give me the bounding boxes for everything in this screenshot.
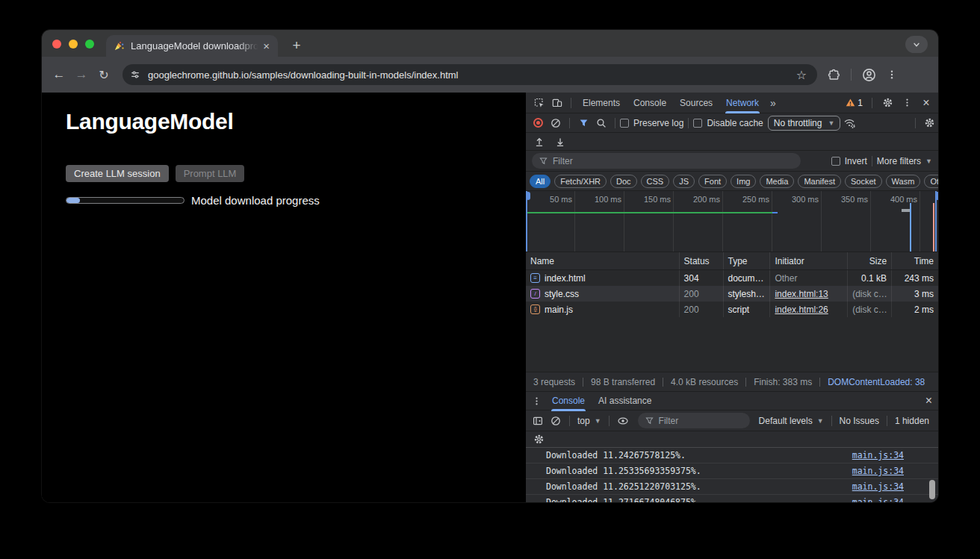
console-scrollbar-thumb[interactable] <box>929 480 935 499</box>
har-io-row <box>526 133 938 151</box>
network-filter-input[interactable] <box>553 156 793 166</box>
console-message[interactable]: Downloaded 11.24267578125%. main.js:34 <box>526 448 938 463</box>
chip-js[interactable]: JS <box>673 175 695 188</box>
chip-other[interactable]: Other <box>924 175 938 188</box>
chip-wasm[interactable]: Wasm <box>886 175 921 188</box>
chip-doc[interactable]: Doc <box>610 175 637 188</box>
url-text[interactable]: googlechrome.github.io/samples/downloadi… <box>148 69 793 81</box>
chevron-down-icon <box>912 40 921 49</box>
source-link[interactable]: main.js:34 <box>852 497 904 502</box>
tab-search-button[interactable] <box>905 36 928 53</box>
tab-network[interactable]: Network <box>719 93 766 113</box>
request-row-index-html[interactable]: ≡index.html 304 docum… Other 0.1 kB 243 … <box>526 270 938 286</box>
search-icon[interactable] <box>592 116 610 131</box>
drawer-tab-ai-assistance[interactable]: AI assistance <box>592 390 658 411</box>
execution-context-select[interactable]: top ▼ <box>574 416 604 426</box>
record-network-log-icon[interactable] <box>529 116 547 131</box>
console-message[interactable]: Downloaded 11.27166748046875%. main.js:3… <box>526 495 938 502</box>
chip-img[interactable]: Img <box>731 175 756 188</box>
source-link[interactable]: main.js:34 <box>852 466 904 476</box>
initiator-link[interactable]: index.html:26 <box>775 305 828 315</box>
tab-close-icon[interactable]: × <box>261 40 272 52</box>
column-status[interactable]: Status <box>680 252 724 269</box>
console-sidebar-toggle-icon[interactable] <box>529 413 547 428</box>
column-size[interactable]: Size <box>848 252 892 269</box>
clear-network-log-icon[interactable] <box>547 116 565 131</box>
stylesheet-icon: / <box>530 289 540 299</box>
console-filter-input[interactable] <box>659 416 742 426</box>
column-time[interactable]: Time <box>892 252 938 269</box>
live-expression-eye-icon[interactable] <box>614 413 632 428</box>
summary-divider <box>583 378 583 387</box>
overview-left-handle[interactable] <box>526 191 530 252</box>
console-message[interactable]: Downloaded 11.25335693359375%. main.js:3… <box>526 463 938 479</box>
warning-badge[interactable]: 1 <box>843 98 866 108</box>
chip-fetch-xhr[interactable]: Fetch/XHR <box>554 175 607 188</box>
preserve-log-checkbox[interactable]: Preserve log <box>620 118 683 128</box>
create-llm-session-button[interactable]: Create LLM session <box>66 165 169 182</box>
console-settings-icon[interactable] <box>530 432 548 447</box>
log-levels-select[interactable]: Default levels ▼ <box>756 416 827 426</box>
address-bar[interactable]: googlechrome.github.io/samples/downloadi… <box>122 64 817 85</box>
drawer-menu-icon[interactable] <box>527 393 545 408</box>
back-button[interactable]: ← <box>48 67 70 82</box>
bookmark-star-icon[interactable]: ☆ <box>793 68 810 82</box>
browser-menu-icon[interactable] <box>887 69 897 81</box>
column-type[interactable]: Type <box>724 252 771 269</box>
drawer-tab-console[interactable]: Console <box>545 390 592 411</box>
source-link[interactable]: main.js:34 <box>852 481 904 492</box>
chip-css[interactable]: CSS <box>641 175 670 188</box>
device-toolbar-icon[interactable] <box>548 96 566 110</box>
import-har-icon[interactable] <box>551 134 569 149</box>
chip-all[interactable]: All <box>530 175 551 188</box>
initiator-link[interactable]: index.html:13 <box>775 289 828 299</box>
drawer-close-icon[interactable]: × <box>925 394 932 407</box>
chip-socket[interactable]: Socket <box>845 175 882 188</box>
chip-media[interactable]: Media <box>760 175 794 188</box>
inspect-element-icon[interactable] <box>530 96 548 110</box>
column-name[interactable]: Name <box>526 252 680 269</box>
toolbar-divider <box>569 118 570 128</box>
toolbar-divider <box>872 156 872 166</box>
close-window-button[interactable] <box>52 40 61 49</box>
site-settings-icon[interactable] <box>130 69 140 80</box>
console-message[interactable]: Downloaded 11.26251220703125%. main.js:3… <box>526 479 938 495</box>
disable-cache-checkbox[interactable]: Disable cache <box>693 118 763 128</box>
network-conditions-icon[interactable] <box>840 116 858 131</box>
devtools-menu-icon[interactable] <box>898 96 916 110</box>
tab-console[interactable]: Console <box>627 93 673 113</box>
chip-manifest[interactable]: Manifest <box>798 175 841 188</box>
filter-icon[interactable] <box>574 116 592 131</box>
issues-counter[interactable]: No Issues <box>837 416 882 426</box>
clear-console-icon[interactable] <box>547 413 565 428</box>
network-overview-timeline[interactable]: 50 ms 100 ms 150 ms 200 ms 250 ms 300 ms… <box>526 191 938 252</box>
caret-down-icon: ▼ <box>595 417 601 425</box>
network-settings-icon[interactable] <box>920 116 938 131</box>
tab-sources[interactable]: Sources <box>673 93 719 113</box>
more-filters-button[interactable]: More filters ▼ <box>877 156 932 166</box>
chip-font[interactable]: Font <box>698 175 727 188</box>
hidden-messages-count[interactable]: 1 hidden <box>892 416 932 426</box>
devtools-settings-icon[interactable] <box>878 96 896 110</box>
reload-button[interactable]: ↻ <box>93 68 115 82</box>
devtools-close-icon[interactable]: × <box>917 96 935 110</box>
tab-elements[interactable]: Elements <box>576 93 627 113</box>
request-row-main-js[interactable]: {}main.js 200 script index.html:26 (disk… <box>526 302 938 317</box>
profile-avatar-icon[interactable] <box>862 68 876 82</box>
extensions-icon[interactable] <box>828 69 840 81</box>
browser-tab[interactable]: LanguageModel downloadpro × <box>106 35 278 57</box>
new-tab-button[interactable]: + <box>287 36 306 55</box>
more-tabs-icon[interactable]: » <box>766 97 781 109</box>
invert-checkbox[interactable]: Invert <box>831 156 867 166</box>
zoom-window-button[interactable] <box>85 40 94 49</box>
request-row-style-css[interactable]: /style.css 200 stylesh… index.html:13 (d… <box>526 286 938 302</box>
minimize-window-button[interactable] <box>69 40 78 49</box>
throttling-select[interactable]: No throttling ▼ <box>768 116 841 131</box>
column-initiator[interactable]: Initiator <box>770 252 848 269</box>
forward-button[interactable]: → <box>70 67 93 82</box>
page-title: LanguageModel <box>66 109 233 134</box>
source-link[interactable]: main.js:34 <box>852 450 904 460</box>
toolbar-divider <box>688 118 689 128</box>
overview-right-handle[interactable] <box>935 191 938 252</box>
export-har-icon[interactable] <box>530 134 548 149</box>
